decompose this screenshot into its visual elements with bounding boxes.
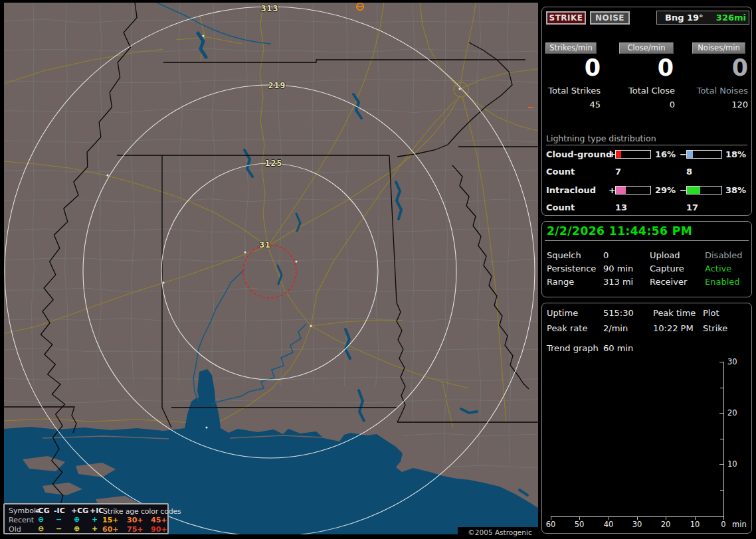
old-neg-ic-icon: − [56, 524, 62, 533]
ring-label-31: 31 [259, 240, 271, 250]
y-tick [719, 413, 724, 414]
peak-time-label: Peak time [653, 308, 696, 318]
trend-y-axis [723, 362, 724, 517]
symbol-legend: Symbols -CG -IC +CG +IC Strike age color… [3, 503, 169, 534]
total-noises-label: Total Noises [690, 86, 748, 96]
upload-status: Disabled [705, 250, 742, 260]
uptime-value: 515:30 [603, 308, 634, 318]
total-strikes-value: 45 [542, 100, 601, 110]
age-code-45: 45+ [151, 516, 167, 524]
ic-minus-bar [686, 186, 722, 194]
close-per-min-button[interactable]: Close/min [619, 42, 674, 54]
x-tick-label-10: 10 [685, 520, 705, 529]
legend-col-pos-ic: +IC [90, 506, 104, 515]
bearing-display: Bng 19° 326mi [656, 11, 749, 25]
ic-plus-pct: 29% [655, 185, 676, 195]
ic-count-label: Count [546, 202, 575, 212]
recent-pos-cg-icon: ⊕ [74, 515, 80, 524]
plot-label: Plot [703, 308, 719, 318]
strike-button[interactable]: STRIKE [546, 11, 586, 25]
cg-count-label: Count [546, 167, 575, 177]
legend-row-old-label: Old [9, 525, 21, 534]
x-tick-label-30: 30 [627, 520, 647, 529]
total-close-value: 0 [616, 100, 675, 110]
distribution-divider [546, 145, 747, 145]
age-code-30: 30+ [127, 516, 143, 524]
old-neg-cg-icon: ⊖ [38, 524, 44, 533]
recent-pos-ic-icon: + [92, 515, 98, 524]
capture-label: Capture [650, 264, 684, 273]
age-code-90: 90+ [151, 525, 167, 534]
datetime-divider [545, 240, 749, 241]
ic-minus-count: 17 [686, 202, 698, 212]
total-close-label: Total Close [616, 86, 675, 96]
copyright-text: ©2005 Astrogenic Systems [458, 527, 542, 538]
age-code-15: 15+ [102, 516, 119, 524]
total-noises-value: 120 [690, 100, 748, 110]
upload-label: Upload [650, 250, 680, 260]
ic-plus-count: 13 [615, 202, 627, 212]
plot-value: Strike [703, 323, 727, 333]
range-value: 313 mi [603, 277, 633, 287]
old-pos-cg-icon: ⊕ [74, 524, 80, 533]
persistence-label: Persistence [547, 264, 596, 273]
x-tick-label-0: 0 [713, 520, 733, 529]
ring-label-313: 313 [261, 3, 278, 13]
cg-plus-pct: 16% [655, 149, 676, 159]
peak-time-value: 10:22 PM [653, 323, 694, 333]
cg-minus-bar [686, 150, 722, 159]
status-section: 2/2/2026 11:44:56 PM Squelch 0 Upload Di… [541, 221, 752, 297]
y-tick [719, 464, 724, 465]
y-tick [720, 388, 724, 388]
app-window: 313 219 125 31 ©2005 Astrogenic Systems … [0, 0, 756, 539]
datetime-display: 2/2/2026 11:44:56 PM [547, 224, 692, 238]
strikes-per-min-button[interactable]: Strikes/min [545, 42, 597, 54]
old-pos-ic-icon: + [92, 524, 98, 533]
legend-row-recent-label: Recent [9, 516, 34, 524]
x-tick-label-40: 40 [599, 520, 618, 529]
legend-col-neg-ic: -IC [54, 506, 65, 515]
strikes-per-min-value: 0 [542, 55, 601, 80]
y-tick-label-20: 20 [727, 408, 737, 418]
trend-graph-value: 60 min [603, 343, 633, 353]
age-code-75: 75+ [127, 525, 143, 534]
counters-section: STRIKE NOISE Bng 19° 326mi Strikes/min C… [541, 7, 752, 216]
y-tick [719, 362, 724, 362]
legend-col-neg-cg: -CG [35, 506, 50, 515]
cloud-ground-label: Cloud-ground [546, 149, 612, 159]
ring-label-219: 219 [268, 80, 286, 90]
persistence-value: 90 min [603, 264, 633, 273]
x-tick-label-50: 50 [569, 520, 589, 529]
y-tick [720, 490, 724, 491]
total-noises: Total Noises 120 [690, 86, 748, 110]
total-close: Total Close 0 [616, 86, 675, 110]
x-tick-label-60: 60 [541, 520, 561, 529]
legend-col-pos-cg: +CG [71, 506, 88, 515]
noise-button[interactable]: NOISE [590, 11, 630, 25]
squelch-label: Squelch [547, 250, 581, 260]
lightning-map[interactable]: 313 219 125 31 ©2005 Astrogenic Systems [4, 3, 538, 534]
total-strikes: Total Strikes 45 [542, 86, 601, 110]
capture-status: Active [705, 264, 731, 273]
total-strikes-label: Total Strikes [542, 86, 601, 96]
close-per-min-value: 0 [615, 55, 674, 80]
legend-age-header: Strike age color codes [103, 507, 181, 516]
cg-minus-count: 8 [686, 167, 692, 177]
cg-plus-count: 7 [615, 167, 621, 177]
cg-plus-bar [615, 150, 651, 159]
y-tick [720, 439, 724, 439]
ic-minus-pct: 38% [725, 185, 746, 195]
y-tick-label-30: 30 [727, 357, 737, 366]
x-axis-unit: min [732, 520, 747, 529]
distribution-heading: Lightning type distribution [546, 133, 656, 143]
noises-per-min-button[interactable]: Noises/min [692, 42, 745, 54]
ic-plus-bar [615, 186, 651, 194]
receiver-label: Receiver [650, 277, 687, 287]
uptime-label: Uptime [547, 308, 578, 318]
age-code-60: 60+ [102, 525, 119, 534]
cg-minus-pct: 18% [725, 149, 746, 159]
range-label: Range [547, 277, 574, 287]
receiver-status: Enabled [705, 277, 740, 287]
intracloud-label: Intracloud [546, 185, 596, 195]
peak-rate-value: 2/min [603, 323, 628, 333]
